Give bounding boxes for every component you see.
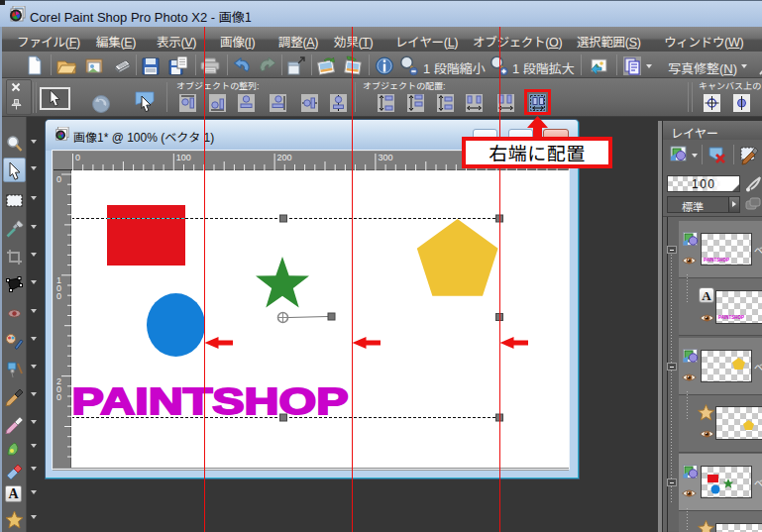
svg-text:0: 0 bbox=[75, 153, 80, 162]
svg-text:0: 0 bbox=[56, 291, 61, 301]
svg-text:0: 0 bbox=[56, 392, 61, 402]
svg-text:200: 200 bbox=[277, 153, 292, 162]
svg-text:100: 100 bbox=[176, 153, 191, 162]
svg-text:0: 0 bbox=[56, 174, 61, 184]
svg-text:PAINTSHOP: PAINTSHOP bbox=[72, 381, 349, 422]
svg-text:300: 300 bbox=[378, 153, 392, 162]
